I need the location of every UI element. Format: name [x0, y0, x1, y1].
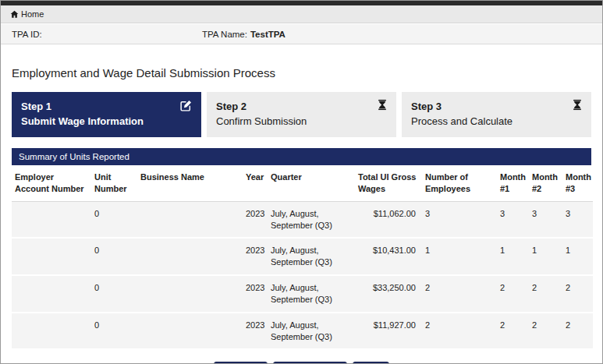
table-cell: $11,927.00	[356, 313, 424, 350]
page-title: Employment and Wage Detail Submission Pr…	[12, 66, 591, 80]
column-header: Business Name	[139, 165, 244, 201]
tpa-info-bar: TPA ID: TPA Name: TestTPA	[1, 23, 602, 44]
main-content: Employment and Wage Detail Submission Pr…	[1, 66, 602, 364]
table-cell: 3	[498, 201, 530, 238]
table-cell: July, August, September (Q3)	[269, 238, 356, 275]
table-row: 02023July, August, September (Q3)$11,062…	[12, 201, 593, 238]
table-cell: 2	[564, 313, 593, 350]
column-header: Unit Number	[93, 165, 139, 201]
column-header: Year	[244, 165, 269, 201]
table-cell: 1	[424, 238, 498, 275]
table-cell: 2	[424, 275, 498, 313]
table-cell	[139, 275, 244, 313]
column-header: Number of Employees	[424, 165, 498, 201]
column-header: Month #3	[564, 165, 593, 201]
table-cell: 2023	[244, 275, 269, 313]
table-cell: 2023	[244, 313, 269, 350]
step-1-submit-wage-information[interactable]: Step 1 Submit Wage Information	[12, 92, 201, 137]
hourglass-icon	[572, 99, 583, 111]
table-cell: 1	[530, 238, 564, 275]
tpa-id-label: TPA ID:	[1, 30, 202, 39]
step-subtitle: Submit Wage Information	[21, 115, 192, 129]
tpa-name-value: TestTPA	[250, 30, 286, 39]
table-cell: 2	[530, 313, 564, 350]
table-cell: 3	[564, 201, 593, 238]
step-title: Step 1	[21, 100, 192, 115]
table-cell	[139, 313, 244, 350]
column-header: Month #2	[530, 165, 564, 201]
table-row: 02023July, August, September (Q3)$33,250…	[12, 275, 593, 313]
column-header: Month #1	[498, 165, 530, 201]
table-body: 02023July, August, September (Q3)$11,062…	[12, 201, 593, 349]
table-cell	[12, 313, 93, 350]
table-row: 02023July, August, September (Q3)$11,927…	[12, 313, 593, 350]
table-cell: July, August, September (Q3)	[269, 313, 356, 350]
tpa-name-label: TPA Name:	[202, 30, 247, 39]
step-title: Step 2	[216, 100, 387, 115]
table-cell: 1	[564, 238, 593, 275]
table-cell	[12, 275, 93, 313]
table-cell	[139, 201, 244, 238]
table-cell: 3	[530, 201, 564, 238]
column-header: Quarter	[269, 165, 356, 201]
summary-section-header: Summary of Units Reported	[12, 148, 591, 165]
table-cell: 0	[93, 238, 139, 275]
top-navigation-bar: Home	[1, 5, 602, 23]
step-wizard: Step 1 Submit Wage Information Step 2 Co…	[12, 92, 591, 137]
step-subtitle: Confirm Submission	[216, 115, 387, 129]
table-row: 02023July, August, September (Q3)$10,431…	[12, 238, 593, 275]
table-cell: $10,431.00	[356, 238, 424, 275]
table-cell: 0	[93, 275, 139, 313]
table-cell: $33,250.00	[356, 275, 424, 313]
home-link-label: Home	[21, 9, 44, 19]
app-window: Home TPA ID: TPA Name: TestTPA Employmen…	[0, 0, 603, 364]
table-cell: 0	[93, 313, 139, 350]
table-cell	[12, 201, 93, 238]
home-icon	[10, 10, 19, 19]
table-cell: $11,062.00	[356, 201, 424, 238]
table-cell: 2	[498, 275, 530, 313]
table-cell: 2	[424, 313, 498, 350]
table-cell: 2	[530, 275, 564, 313]
hourglass-icon	[377, 99, 388, 111]
edit-icon	[179, 99, 193, 112]
column-header: Employer Account Number	[12, 165, 93, 201]
home-link[interactable]: Home	[10, 9, 44, 19]
table-cell: 2	[564, 275, 593, 313]
step-3-process-and-calculate[interactable]: Step 3 Process and Calculate	[402, 92, 591, 137]
units-reported-table: Employer Account NumberUnit NumberBusine…	[12, 165, 593, 350]
step-subtitle: Process and Calculate	[411, 115, 582, 129]
table-cell: 3	[424, 201, 498, 238]
table-cell	[139, 238, 244, 275]
column-header: Total UI Gross Wages	[356, 165, 424, 201]
table-cell: July, August, September (Q3)	[269, 201, 356, 238]
table-cell: July, August, September (Q3)	[269, 275, 356, 313]
table-cell	[12, 238, 93, 275]
step-2-confirm-submission[interactable]: Step 2 Confirm Submission	[207, 92, 396, 137]
table-cell: 0	[93, 201, 139, 238]
step-title: Step 3	[411, 100, 582, 115]
table-cell: 2023	[244, 201, 269, 238]
table-header-row: Employer Account NumberUnit NumberBusine…	[12, 165, 593, 201]
table-cell: 1	[498, 238, 530, 275]
table-cell: 2	[498, 313, 530, 350]
table-cell: 2023	[244, 238, 269, 275]
